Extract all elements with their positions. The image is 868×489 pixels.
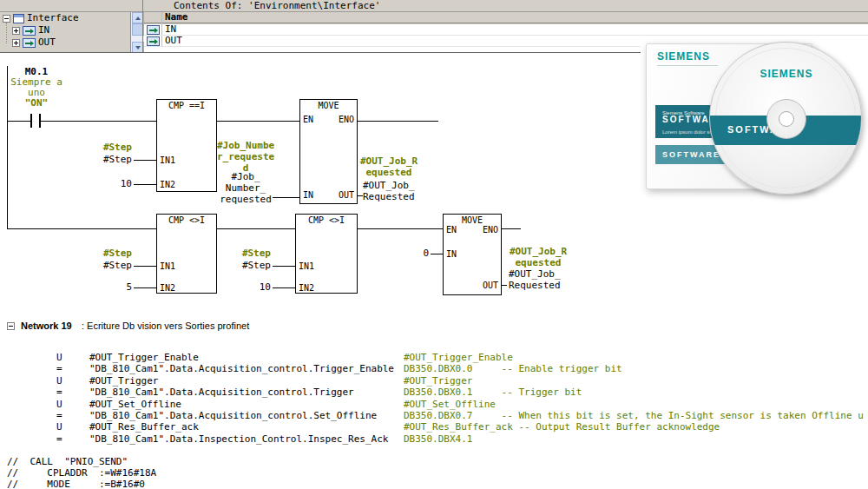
tree-item-in[interactable]: IN xyxy=(38,25,49,36)
pin-in1: IN1 xyxy=(160,261,175,271)
operand[interactable]: #Step xyxy=(220,261,271,271)
stl-operand: "DB_810_Cam1".Data.Inspection_Control.In… xyxy=(89,434,388,445)
out-declaration-icon xyxy=(23,38,36,48)
stl-operand: "DB_810_Cam1".Data.Acquisition_control.T… xyxy=(89,364,394,374)
pin-stub xyxy=(134,160,156,161)
stl-operator: U xyxy=(56,400,62,410)
pin-in: IN xyxy=(446,249,457,259)
stl-line: U #OUT_Trigger_Enable #OUT_Trigger_Enabl… xyxy=(0,353,868,364)
pin-stub xyxy=(273,287,295,288)
stl-operand: "DB_810_Cam1".Data.Acquisition_control.S… xyxy=(89,411,377,421)
operand[interactable]: #OUT_Job_ Requested xyxy=(363,180,420,202)
operand-symbol: #Step xyxy=(220,248,271,259)
pin-en: EN xyxy=(303,115,313,124)
stl-line: U #OUT_Set_Offline #OUT_Set_Offline xyxy=(0,400,868,411)
stl-comment: DB350.DBX0.7 -- When this bit is set, th… xyxy=(404,411,864,421)
pin-stub xyxy=(134,287,156,288)
pin-in2: IN2 xyxy=(160,180,175,189)
wire xyxy=(7,228,156,229)
wire xyxy=(358,121,438,122)
interface-icon xyxy=(13,14,24,23)
stl-line: U #OUT_Trigger #OUT_Trigger xyxy=(0,376,868,387)
operand[interactable]: #Job_ Number_ requested xyxy=(212,171,279,205)
pin-stub xyxy=(273,266,295,267)
operand-symbol: #OUT_Job_R equested xyxy=(360,155,418,178)
tree-item-out[interactable]: OUT xyxy=(38,37,56,48)
operand[interactable]: #Step xyxy=(82,155,132,165)
in-declaration-icon xyxy=(147,25,160,35)
tree-connector xyxy=(6,23,7,43)
stl-operator: U xyxy=(56,376,62,387)
pin-in1: IN1 xyxy=(299,261,314,271)
pin-stub xyxy=(273,197,299,198)
stl-operator: = xyxy=(56,434,62,445)
operand[interactable]: 0 xyxy=(378,248,429,259)
stl-operator: U xyxy=(56,422,62,433)
move-block[interactable]: MOVE EN ENO IN OUT xyxy=(299,99,358,204)
pin-stub xyxy=(134,184,156,185)
no-contact[interactable] xyxy=(29,112,43,129)
software-disc: SIEMENS SOFTWARE xyxy=(709,42,862,195)
stl-operator: = xyxy=(56,387,62,398)
network-collapse-icon[interactable] xyxy=(7,322,15,330)
operand[interactable]: 10 xyxy=(220,282,271,293)
stl-operand: #OUT_Res_Buffer_ack xyxy=(89,422,199,433)
siemens-logo: SIEMENS xyxy=(657,51,710,62)
stl-operator: = xyxy=(56,411,62,421)
operand[interactable]: 10 xyxy=(82,179,132,189)
block-title: CMP ==I xyxy=(157,101,216,110)
expand-plus-icon[interactable] xyxy=(12,39,20,47)
pin-out: OUT xyxy=(483,281,498,290)
stl-comment: DB350.DBX4.1 xyxy=(404,434,472,445)
stl-comment: #OUT_Trigger xyxy=(404,376,472,387)
wire xyxy=(217,121,299,122)
row-divider xyxy=(144,35,868,36)
network-title: : Ecriture Db vision vers Sorties profin… xyxy=(82,320,249,331)
tree-item-interface[interactable]: Interface xyxy=(27,13,79,23)
siemens-product-art: SIEMENS Siemens Software SOFTWARE Lorem … xyxy=(641,36,868,200)
contact-symbol: "ON" xyxy=(0,98,73,109)
operand[interactable]: #Step xyxy=(82,261,132,271)
code-comment-line: // MODE :=B#16#0 xyxy=(7,479,156,489)
table-row-out[interactable]: OUT xyxy=(165,36,182,46)
pin-eno: ENO xyxy=(483,225,498,235)
contents-header: Contents Of: 'Environment\Interface' xyxy=(174,1,380,11)
stl-line: = "DB_810_Cam1".Data.Acquisition_control… xyxy=(0,411,868,422)
stl-operand: "DB_810_Cam1".Data.Acquisition_control.T… xyxy=(89,387,354,398)
stl-comment: DB350.DBX0.1 -- Trigger bit xyxy=(404,387,582,398)
stl-line: = "DB_810_Cam1".Data.Inspection_Control.… xyxy=(0,434,868,446)
contact-bar xyxy=(30,114,32,128)
wire xyxy=(7,121,30,122)
stl-line: U #OUT_Res_Buffer_ack #OUT_Res_Buffer_ac… xyxy=(0,422,868,433)
disc-siemens-logo: SIEMENS xyxy=(710,69,862,79)
stl-comment: DB350.DBX0.0 -- Enable trigger bit xyxy=(404,364,622,374)
cmp-block[interactable]: CMP <>I IN1 IN2 xyxy=(295,214,358,294)
expand-plus-icon[interactable] xyxy=(12,27,20,35)
decorative-line xyxy=(657,65,718,66)
pane-divider xyxy=(142,0,143,53)
step7-editor-window: Contents Of: 'Environment\Interface' Int… xyxy=(0,0,868,489)
block-title: CMP <>I xyxy=(157,215,216,225)
pin-stub xyxy=(134,266,156,267)
column-header-name[interactable]: Name xyxy=(165,12,188,23)
stl-line: = "DB_810_Cam1".Data.Acquisition_control… xyxy=(0,387,868,399)
operand[interactable]: #OUT_Job_ Requested xyxy=(509,268,566,291)
operand[interactable]: 5 xyxy=(82,282,132,293)
in-declaration-icon xyxy=(23,26,36,36)
wire xyxy=(217,228,295,229)
cmp-block[interactable]: CMP ==I IN1 IN2 xyxy=(156,99,217,192)
block-title: MOVE xyxy=(444,215,501,225)
wire xyxy=(358,228,443,229)
stl-line: = "DB_810_Cam1".Data.Acquisition_control… xyxy=(0,364,868,375)
block-title: MOVE xyxy=(300,101,357,110)
cmp-block[interactable]: CMP <>I IN1 IN2 xyxy=(156,214,217,294)
pin-in: IN xyxy=(303,190,313,200)
operand-symbol: #Step xyxy=(82,142,132,153)
collapse-minus-icon[interactable] xyxy=(3,15,10,23)
block-title: CMP <>I xyxy=(296,215,357,225)
pin-stub xyxy=(431,254,443,254)
table-row-in[interactable]: IN xyxy=(165,24,176,35)
stl-operator: U xyxy=(56,353,62,363)
move-block[interactable]: MOVE EN ENO IN OUT xyxy=(443,214,502,295)
wire xyxy=(502,228,521,229)
